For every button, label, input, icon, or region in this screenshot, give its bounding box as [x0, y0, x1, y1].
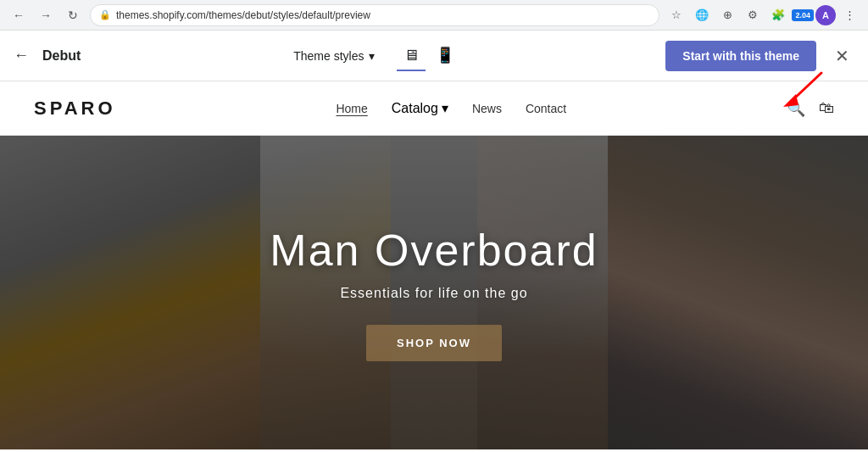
hero-section: Man Overboard Essentials for life on the…: [0, 136, 868, 449]
forward-button[interactable]: →: [34, 3, 58, 27]
star-button[interactable]: ☆: [665, 3, 688, 27]
ext-icon-1[interactable]: 🌐: [690, 3, 714, 27]
admin-header: ← Debut Theme styles ▾ 🖥 📱 Start with th…: [0, 31, 868, 81]
close-preview-button[interactable]: ✕: [830, 41, 854, 71]
hero-subtitle: Essentials for life on the go: [270, 286, 598, 301]
store-nav: Home Catalog ▾ News Contact: [116, 100, 787, 116]
device-icons: 🖥 📱: [397, 41, 461, 71]
nav-catalog-label: Catalog: [392, 101, 438, 116]
store-logo: SPARO: [34, 98, 116, 120]
url-text: themes.shopify.com/themes/debut/styles/d…: [116, 9, 370, 21]
browser-nav-controls: ← → ↻: [7, 3, 85, 27]
more-button[interactable]: ⋮: [837, 3, 861, 27]
cart-button[interactable]: 🛍: [819, 99, 834, 117]
mobile-icon: 📱: [436, 46, 454, 64]
browser-right-icons: ☆ 🌐 ⊕ ⚙ 🧩 2.04 A ⋮: [665, 3, 861, 27]
lock-icon: 🔒: [99, 9, 111, 20]
hero-content: Man Overboard Essentials for life on the…: [270, 225, 598, 361]
desktop-icon: 🖥: [403, 47, 419, 64]
ext-icon-4[interactable]: 🧩: [766, 3, 790, 27]
reload-button[interactable]: ↻: [61, 3, 85, 27]
ext-icon-3[interactable]: ⚙: [741, 3, 765, 27]
theme-styles-label: Theme styles: [293, 49, 364, 63]
shop-now-button[interactable]: SHOP NOW: [366, 325, 502, 361]
mobile-view-button[interactable]: 📱: [429, 41, 461, 71]
chevron-down-icon: ▾: [369, 49, 375, 63]
catalog-chevron-icon: ▾: [442, 100, 448, 116]
theme-name: Debut: [42, 48, 81, 64]
nav-catalog[interactable]: Catalog ▾: [392, 100, 448, 116]
back-button[interactable]: ←: [7, 3, 31, 27]
profile-avatar[interactable]: A: [815, 5, 836, 25]
browser-chrome: ← → ↻ 🔒 themes.shopify.com/themes/debut/…: [0, 0, 868, 31]
desktop-view-button[interactable]: 🖥: [397, 42, 426, 71]
search-icon: 🔍: [787, 100, 805, 117]
store-header: SPARO Home Catalog ▾ News Contact 🔍 🛍: [0, 81, 868, 136]
theme-styles-button[interactable]: Theme styles ▾: [285, 44, 383, 68]
nav-home[interactable]: Home: [336, 102, 367, 115]
nav-contact[interactable]: Contact: [526, 102, 566, 115]
cart-icon: 🛍: [819, 99, 834, 116]
nav-news[interactable]: News: [472, 102, 502, 115]
ext-icon-2[interactable]: ⊕: [715, 3, 739, 27]
address-bar[interactable]: 🔒 themes.shopify.com/themes/debut/styles…: [90, 4, 659, 26]
search-button[interactable]: 🔍: [787, 99, 805, 118]
ext-badge: 2.04: [792, 9, 814, 21]
hero-title: Man Overboard: [270, 225, 598, 276]
store-nav-right: 🔍 🛍: [787, 99, 834, 118]
admin-back-button[interactable]: ←: [14, 47, 29, 64]
start-theme-button[interactable]: Start with this theme: [665, 41, 816, 71]
